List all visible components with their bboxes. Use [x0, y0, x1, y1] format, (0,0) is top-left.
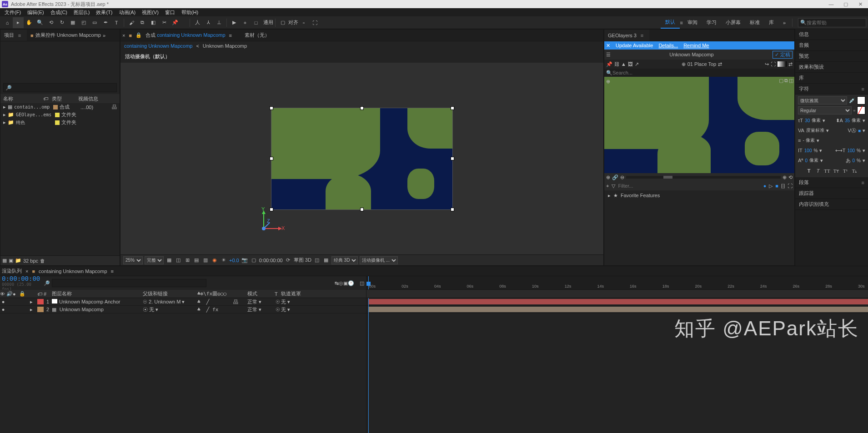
pen-tool[interactable]: ✒ [100, 17, 111, 28]
tl-icon5[interactable]: ◫ [360, 280, 364, 286]
trash-icon[interactable]: 🗑 [40, 258, 45, 264]
update-remind-link[interactable]: Remind Me [683, 43, 709, 48]
brush-tool[interactable]: 🖌 [126, 17, 137, 28]
col-tag-icon[interactable]: 🏷 [43, 96, 48, 101]
fit-icon[interactable]: ⛶ [771, 61, 776, 67]
snap-face-icon[interactable]: □ [251, 17, 261, 28]
bold-button[interactable]: T [805, 167, 813, 174]
selection-tool[interactable]: ▸ [13, 17, 24, 28]
finalize-button[interactable]: ✓ 定稿 [773, 51, 793, 59]
exposure-icon[interactable]: ☀ [220, 257, 227, 264]
flowchart-icon[interactable]: 品 [112, 104, 117, 110]
target-icon[interactable]: ⊕ [682, 61, 686, 67]
solo-icon[interactable]: ● [13, 291, 19, 297]
swap-icon[interactable]: ⇄ [718, 61, 722, 67]
geolayers-tab[interactable]: GEOlayers 3≡ [604, 30, 649, 41]
favorite-features[interactable]: ▸★Favorite Features [604, 190, 794, 200]
zoom-in-icon[interactable]: ⊕ [783, 174, 787, 180]
allcaps-button[interactable]: TT [823, 167, 831, 174]
tab-menu-icon[interactable]: ≡ [229, 33, 232, 38]
menu-effect[interactable]: 效果(T) [93, 9, 115, 16]
workspace-standard[interactable]: 标准 [745, 16, 764, 29]
tl-icon1[interactable]: ↹ [335, 280, 339, 286]
3dview-icon[interactable]: ▦ [322, 257, 330, 264]
maximize-button[interactable]: ▢ [840, 0, 852, 8]
eyedropper-icon[interactable]: 💉 [849, 98, 855, 104]
channel-icon[interactable]: ◉ [211, 257, 218, 264]
eraser-tool[interactable]: ◧ [148, 17, 159, 28]
home-icon[interactable]: ⌂ [2, 17, 13, 28]
lock-icon[interactable]: 🔒 [135, 32, 142, 38]
new-comp-icon[interactable]: ▣ [9, 258, 13, 264]
current-timecode[interactable]: 0:00:00:00 [2, 275, 44, 282]
bpc-button[interactable]: 32 bpc [23, 258, 38, 264]
panel-preview[interactable]: 预览 [795, 51, 868, 62]
minimize-button[interactable]: — [825, 0, 837, 8]
hand-tool[interactable]: ✋ [24, 17, 35, 28]
timeline-layer[interactable]: ● ▸ 2 ▦ Unknown Mapcomp ☉ 无 ▾ ♣ ╱ fx 正常 … [0, 306, 366, 314]
puppet-tool[interactable]: 📌 [170, 17, 181, 28]
col-track[interactable]: 轨道遮罩 [281, 290, 317, 297]
panel-character[interactable]: 字符≡ [795, 84, 868, 95]
menu-file[interactable]: 文件(F) [2, 9, 24, 16]
font-style-select[interactable]: Regular [798, 106, 852, 114]
renderer-select[interactable]: 经典 3D [331, 256, 358, 264]
leading[interactable]: 35 [845, 118, 850, 123]
viewer-tab-footage[interactable]: 素材（无） [245, 32, 270, 39]
tl-icon3[interactable]: ▣ [343, 280, 348, 286]
map-marker-icon[interactable]: ⊕ [606, 79, 612, 84]
breadcrumb-parent[interactable]: containing Unknown Mapcomp [124, 43, 192, 49]
composition-canvas[interactable]: Y X Z [120, 63, 603, 254]
eye-icon[interactable]: 👁 [0, 291, 6, 297]
interpret-icon[interactable]: ▦ [2, 258, 7, 264]
grid-icon[interactable]: ▤ [193, 257, 200, 264]
roi-icon[interactable]: ⊞ [184, 257, 191, 264]
lock-icon[interactable]: 🔒 [19, 291, 25, 297]
stroke-swatch[interactable]: ╱ [857, 106, 865, 114]
exposure-value[interactable]: +0.0 [229, 258, 239, 263]
camera-select[interactable]: 活动摄像机 ... [360, 256, 398, 264]
new-folder-icon[interactable]: 📁 [15, 258, 21, 264]
view-axis-icon[interactable]: ⊥ [214, 17, 225, 28]
map-box-icon[interactable]: ▢ [779, 78, 783, 84]
col-mode[interactable]: 模式 [247, 290, 275, 297]
viewer-tab-comp[interactable]: 合成 containing Unknown Mapcomp [146, 32, 225, 39]
zoom-tool[interactable]: 🔍 [35, 17, 45, 28]
close-button[interactable]: ✕ [854, 0, 866, 8]
workspace-review[interactable]: 审阅 [683, 16, 702, 29]
share-icon[interactable]: ↪ [765, 61, 769, 67]
clone-tool[interactable]: ⧉ [137, 17, 148, 28]
col-video[interactable]: 视频信息 [78, 95, 98, 102]
timeline-search[interactable] [52, 279, 206, 287]
roto-tool[interactable]: ✂ [159, 17, 170, 28]
close-tab-icon[interactable]: × [25, 269, 28, 274]
panel-contentfill[interactable]: 内容识别填充 [795, 199, 868, 210]
layer-bar[interactable] [368, 307, 868, 312]
workspace-overflow-icon[interactable]: » [778, 16, 790, 29]
panel-info[interactable]: 信息 [795, 29, 868, 40]
shape-tool[interactable]: ▭ [89, 17, 100, 28]
grad-icon[interactable] [778, 61, 787, 67]
panbehind-tool[interactable]: ◰ [78, 17, 89, 28]
noswap-icon[interactable]: ▫ [853, 108, 855, 113]
zoom-out-icon[interactable]: ⊖ [620, 174, 624, 180]
menu-layer[interactable]: 图层(L) [71, 9, 92, 16]
sq-icon[interactable]: ■ [775, 183, 778, 189]
expand-icon[interactable]: ⛶ [788, 183, 793, 189]
layer-icon[interactable]: ▲ [621, 61, 626, 67]
stroke-width[interactable]: - 像素 [803, 137, 814, 144]
speaker-icon[interactable]: 🔊 [6, 291, 13, 297]
geo-map-preview[interactable]: ⊕ ▢ ⧉ ◫ [604, 77, 794, 173]
layer-bar[interactable] [368, 299, 868, 304]
panel-fxpreset[interactable]: 效果和预设 [795, 62, 868, 73]
mask-icon[interactable]: ◫ [175, 257, 182, 264]
snap-point-icon[interactable]: ▶ [229, 17, 240, 28]
char-menu-icon[interactable]: ≡ [862, 86, 864, 92]
camera-tool[interactable]: ▦ [67, 17, 78, 28]
hscale[interactable]: 100 [847, 148, 855, 153]
tri-icon[interactable]: ▷ [769, 183, 773, 189]
col-switches[interactable]: ♣✻\fx圖◎◯◯ [197, 290, 247, 297]
zoom-slider[interactable] [626, 176, 781, 179]
superscript-button[interactable]: T¹ [841, 167, 849, 174]
col-type[interactable]: 类型 [52, 95, 62, 102]
